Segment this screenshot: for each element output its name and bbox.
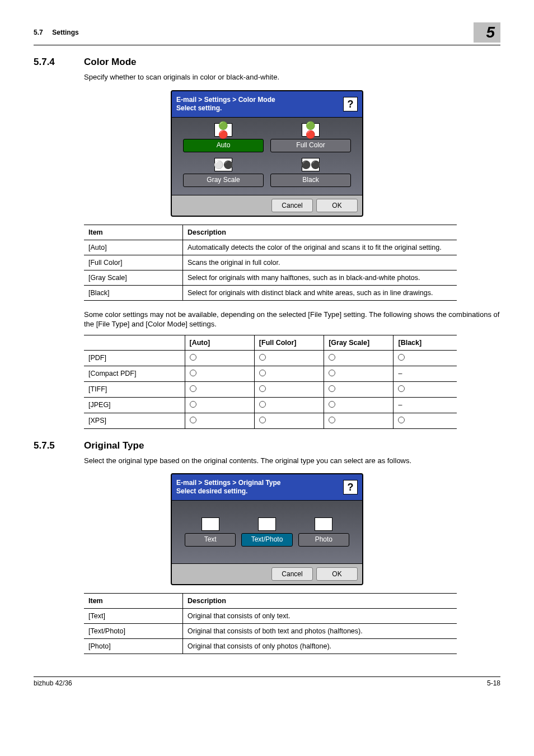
- table-row: [Text/Photo] Original that consists of b…: [84, 624, 457, 639]
- circle-icon: [259, 401, 266, 408]
- black-button: Black: [270, 174, 351, 187]
- circle-icon: [190, 401, 196, 408]
- option-text-photo[interactable]: 🖼≡ Text/Photo: [241, 517, 292, 547]
- help-icon[interactable]: ?: [343, 480, 358, 494]
- table-row: [PDF]: [84, 350, 457, 366]
- circle-icon: [329, 370, 335, 376]
- circle-icon: [398, 354, 405, 361]
- section-575-title: Original Type: [84, 440, 144, 451]
- ss-bottombar: Cancel OK: [172, 563, 362, 584]
- photo-icon: 🖼: [315, 517, 332, 531]
- col-desc-header: Description: [183, 225, 457, 240]
- circle-icon: [259, 385, 266, 392]
- cell-desc: Automatically detects the color of the o…: [183, 240, 457, 255]
- cell: [254, 350, 324, 366]
- footer-left: bizhub 42/36: [34, 679, 72, 687]
- table-row: [XPS]: [84, 413, 457, 428]
- black-icon: ⚫⚫: [302, 158, 320, 171]
- header-left: 5.7 Settings: [34, 29, 79, 36]
- text-photo-button: Text/Photo: [241, 533, 292, 547]
- cell: [PDF]: [84, 350, 185, 366]
- section-575-heading: 5.7.5 Original Type: [34, 440, 500, 451]
- option-auto[interactable]: 🟢🔴 Auto: [183, 123, 264, 152]
- screenshot-original-type: E-mail > Settings > Original Type Select…: [171, 473, 363, 585]
- table-row: [Gray Scale] Select for originals with m…: [84, 270, 457, 285]
- cell-item: [Black]: [84, 285, 183, 300]
- cell: [185, 413, 254, 428]
- circle-icon: [329, 354, 335, 361]
- gray-scale-icon: ⚪⚫: [214, 158, 232, 171]
- table-color-mode-desc: Item Description [Auto] Automatically de…: [84, 225, 457, 301]
- option-black[interactable]: ⚫⚫ Black: [270, 158, 351, 187]
- col-item-header: Item: [84, 225, 183, 240]
- option-photo[interactable]: 🖼 Photo: [298, 517, 349, 547]
- cell-desc: Select for originals with many halftones…: [183, 270, 457, 285]
- table-row: [Full Color] Scans the original in full …: [84, 255, 457, 270]
- cell-item: [Text]: [84, 609, 183, 624]
- text-button: Text: [185, 533, 236, 547]
- auto-icon: 🟢🔴: [214, 123, 232, 137]
- cell: [JPEG]: [84, 397, 185, 413]
- table-row: Item Description: [84, 225, 457, 240]
- full-color-icon: 🟢🔴: [302, 123, 320, 137]
- cell: [Compact PDF]: [84, 366, 185, 381]
- circle-icon: [329, 401, 335, 408]
- cell: –: [394, 397, 457, 413]
- cell-item: [Photo]: [84, 639, 183, 654]
- gray-scale-button: Gray Scale: [183, 174, 264, 187]
- col-item-header: Item: [84, 594, 183, 609]
- help-icon[interactable]: ?: [343, 97, 358, 111]
- option-gray-scale[interactable]: ⚪⚫ Gray Scale: [183, 158, 264, 187]
- col-full: [Full Color]: [254, 335, 324, 350]
- cell-desc: Original that consists of only photos (h…: [183, 639, 457, 654]
- cell: –: [394, 366, 457, 381]
- ss-crumb-line1: E-mail > Settings > Original Type: [176, 479, 281, 487]
- cell: [185, 366, 254, 381]
- ss-titlebar: E-mail > Settings > Color Mode Select se…: [172, 91, 362, 117]
- col-black: [Black]: [394, 335, 457, 350]
- option-text[interactable]: ≡ Text: [185, 517, 236, 547]
- option-full-color[interactable]: 🟢🔴 Full Color: [270, 123, 351, 152]
- color-mode-note: Some color settings may not be available…: [84, 310, 500, 329]
- ss-crumb-line2: Select setting.: [176, 104, 222, 112]
- section-574-num: 5.7.4: [34, 57, 84, 68]
- cell-item: [Text/Photo]: [84, 624, 183, 639]
- cell: [185, 381, 254, 397]
- ss-crumb-line2: Select desired setting.: [176, 487, 247, 495]
- table-row: [Photo] Original that consists of only p…: [84, 639, 457, 654]
- ss-breadcrumb: E-mail > Settings > Original Type Select…: [176, 479, 281, 496]
- cell: [XPS]: [84, 413, 185, 428]
- cell: [185, 350, 254, 366]
- table-row: [Text] Original that consists of only te…: [84, 609, 457, 624]
- cancel-button[interactable]: Cancel: [271, 567, 313, 581]
- ss-breadcrumb: E-mail > Settings > Color Mode Select se…: [176, 96, 275, 113]
- text-photo-icon: 🖼≡: [258, 517, 276, 531]
- cell: [185, 397, 254, 413]
- col-gray: [Gray Scale]: [324, 335, 394, 350]
- cell: [254, 397, 324, 413]
- circle-icon: [259, 370, 266, 376]
- table-row: [JPEG]–: [84, 397, 457, 413]
- screenshot-color-mode: E-mail > Settings > Color Mode Select se…: [171, 90, 363, 217]
- cancel-button[interactable]: Cancel: [271, 199, 313, 212]
- table-row: [Auto] Automatically detects the color o…: [84, 240, 457, 255]
- cell: [324, 413, 394, 428]
- cell-blank: [84, 335, 185, 350]
- cell: [254, 366, 324, 381]
- table-row: [Auto] [Full Color] [Gray Scale] [Black]: [84, 335, 457, 350]
- circle-icon: [259, 417, 266, 423]
- photo-button: Photo: [298, 533, 349, 547]
- ok-button[interactable]: OK: [316, 199, 358, 212]
- circle-icon: [259, 354, 266, 361]
- ok-button[interactable]: OK: [316, 567, 358, 581]
- text-icon: ≡: [202, 517, 219, 531]
- header-section-title: Settings: [52, 29, 78, 36]
- section-574-intro: Specify whether to scan originals in col…: [84, 72, 500, 82]
- section-574-heading: 5.7.4 Color Mode: [34, 57, 500, 68]
- table-row: [Compact PDF]–: [84, 366, 457, 381]
- full-color-button: Full Color: [270, 139, 351, 152]
- header-chapter: 5: [474, 22, 500, 43]
- ss-titlebar: E-mail > Settings > Original Type Select…: [172, 474, 362, 500]
- ss-crumb-line1: E-mail > Settings > Color Mode: [176, 96, 275, 104]
- cell: [TIFF]: [84, 381, 185, 397]
